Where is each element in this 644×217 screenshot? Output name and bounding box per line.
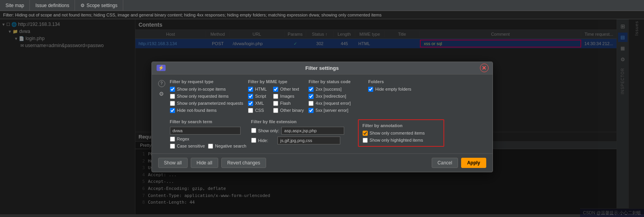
checkbox-requested[interactable] (170, 94, 175, 99)
check-hide-empty[interactable]: Hide empty folders (368, 87, 419, 92)
checkbox-regex[interactable] (170, 137, 175, 142)
check-flash[interactable]: Flash (273, 101, 304, 106)
checkbox-flash[interactable] (273, 101, 278, 106)
filter-search-label: Filter by search term (170, 119, 246, 124)
hide-ext-input[interactable] (277, 137, 340, 144)
check-show-only-ext[interactable]: Show only: (251, 128, 279, 133)
revert-changes-button[interactable]: Revert changes (221, 158, 266, 168)
checkbox-hide-empty[interactable] (368, 87, 373, 92)
check-images[interactable]: Images (273, 94, 304, 99)
modal-help-icons: ? ⚙ (158, 79, 165, 113)
checkbox-highlighted-items[interactable] (363, 138, 368, 143)
modal-body: ? ⚙ Filter by request type Show only in-… (152, 75, 493, 118)
modal-title: Filter settings (305, 65, 339, 71)
sitemap-label: Site map (5, 3, 24, 8)
filter-bar-text: Filter: Hiding out of scope and not foun… (3, 13, 381, 17)
checkbox-show-only-ext[interactable] (251, 128, 256, 133)
show-all-button[interactable]: Show all (158, 158, 188, 168)
checkbox-script[interactable] (248, 94, 253, 99)
filter-mime-type: Filter by MIME type HTML Script (248, 79, 304, 113)
filter-file-ext-label: Filter by file extension (251, 119, 353, 124)
check-css[interactable]: CSS (248, 108, 267, 113)
modal-close-button[interactable]: × (480, 64, 489, 72)
checkbox-4xx[interactable] (308, 101, 314, 106)
filter-folders-label: Folders (368, 79, 419, 84)
check-requested[interactable]: Show only requested items (170, 94, 243, 99)
modal-overlay: ⚡ Filter settings × ? ⚙ Filter by reques… (0, 19, 644, 214)
modal-body-row2: Filter by search term Regex Case sensiti… (152, 118, 493, 153)
issue-definitions-label: Issue definitions (35, 3, 69, 8)
checkbox-css[interactable] (248, 108, 253, 113)
checkbox-2xx[interactable] (308, 87, 314, 92)
checkbox-images[interactable] (273, 94, 278, 99)
filter-file-extension: Filter by file extension Show only: Hide… (251, 119, 353, 144)
filter-bar: Filter: Hiding out of scope and not foun… (0, 11, 644, 19)
check-3xx[interactable]: 3xx [redirection] (308, 94, 363, 99)
cancel-button[interactable]: Cancel (432, 158, 458, 168)
filter-search-term: Filter by search term Regex Case sensiti… (170, 119, 246, 149)
scope-settings-label: Scope settings (86, 3, 117, 8)
check-highlighted-items[interactable]: Show only highlighted items (363, 138, 440, 143)
filter-status-label: Filter by status code (308, 79, 363, 84)
check-2xx[interactable]: 2xx [success] (308, 87, 363, 92)
check-other-text[interactable]: Other text (273, 87, 304, 92)
modal-footer-right: Cancel Apply (432, 158, 486, 168)
filter-folders: Folders Hide empty folders (368, 79, 419, 113)
checkbox-3xx[interactable] (308, 94, 314, 99)
show-only-ext-input[interactable] (281, 127, 344, 135)
search-term-input[interactable] (170, 127, 241, 135)
check-not-found[interactable]: Hide not-found items (170, 108, 243, 113)
checkbox-not-found[interactable] (170, 108, 175, 113)
checkbox-5xx[interactable] (308, 108, 314, 113)
modal-footer-left: Show all Hide all Revert changes (158, 158, 266, 168)
checkbox-other-binary[interactable] (273, 108, 278, 113)
nav-sitemap[interactable]: Site map (0, 0, 30, 11)
check-in-scope[interactable]: Show only in-scope items (170, 87, 243, 92)
check-parameterized[interactable]: Show only parameterized requests (170, 101, 243, 106)
check-other-binary[interactable]: Other binary (273, 108, 304, 113)
check-hide-ext[interactable]: Hide: (251, 138, 268, 143)
check-negative-search[interactable]: Negative search (208, 144, 246, 149)
gear-icon-modal[interactable]: ⚙ (158, 90, 165, 97)
checkbox-negative-search[interactable] (208, 144, 213, 149)
checkbox-parameterized[interactable] (170, 101, 175, 106)
checkbox-other-text[interactable] (273, 87, 278, 92)
gear-icon: ⚙ (80, 3, 85, 8)
nav-scope-settings[interactable]: ⚙ Scope settings (75, 0, 123, 11)
check-xml[interactable]: XML (248, 101, 267, 106)
help-icon[interactable]: ? (158, 80, 165, 87)
filter-request-type: Filter by request type Show only in-scop… (170, 79, 243, 113)
filter-annotation: Filter by annotation Show only commented… (358, 119, 444, 147)
checkbox-in-scope[interactable] (170, 87, 175, 92)
filter-annotation-label: Filter by annotation (363, 123, 440, 128)
checkbox-case-sensitive[interactable] (170, 144, 175, 149)
modal-lightning-icon: ⚡ (157, 65, 166, 71)
check-4xx[interactable]: 4xx [request error] (308, 101, 363, 106)
check-html[interactable]: HTML (248, 87, 267, 92)
nav-issue-definitions[interactable]: Issue definitions (30, 0, 75, 11)
apply-button[interactable]: Apply (461, 158, 486, 168)
checkbox-commented-items[interactable] (363, 131, 368, 136)
hide-all-button[interactable]: Hide all (191, 158, 218, 168)
check-commented-items[interactable]: Show only commented items (363, 131, 440, 136)
check-5xx[interactable]: 5xx [server error] (308, 108, 363, 113)
filter-status-code: Filter by status code 2xx [success] 3xx … (308, 79, 363, 113)
check-script[interactable]: Script (248, 94, 267, 99)
check-case-sensitive[interactable]: Case sensitive (170, 144, 205, 149)
checkbox-hide-ext[interactable] (251, 138, 256, 143)
filter-request-type-label: Filter by request type (170, 79, 243, 84)
checkbox-html[interactable] (248, 87, 253, 92)
checkbox-xml[interactable] (248, 101, 253, 106)
filter-settings-modal: ⚡ Filter settings × ? ⚙ Filter by reques… (151, 62, 493, 172)
check-regex[interactable]: Regex (170, 137, 246, 142)
modal-footer: Show all Hide all Revert changes Cancel … (152, 153, 493, 172)
filter-mime-label: Filter by MIME type (248, 79, 304, 84)
modal-header: ⚡ Filter settings × (152, 62, 493, 75)
